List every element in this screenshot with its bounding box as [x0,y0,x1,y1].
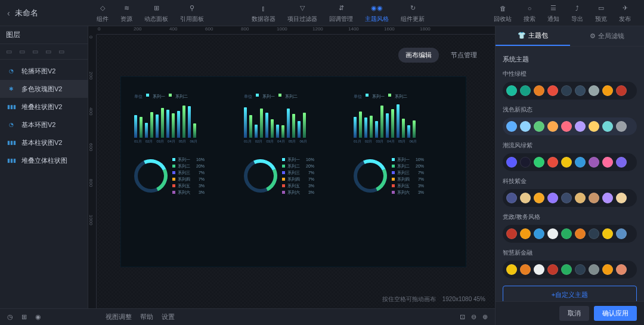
color-swatch[interactable] [547,193,558,203]
layer-item[interactable]: ▮▮▮基本柱状图V2 [0,134,88,151]
tool-publish[interactable]: ✈发布 [613,1,637,26]
color-swatch[interactable] [589,121,599,132]
tool-theme-style[interactable]: ◉◉主题风格 [359,1,395,26]
color-swatch[interactable] [506,264,517,275]
tab-global-filter[interactable]: ⚙ 全局滤镜 [570,26,645,46]
theme-swatch-row[interactable] [503,189,637,207]
tool-ref-panel[interactable]: ⚲引用面板 [174,1,210,26]
color-swatch[interactable] [520,157,531,168]
color-swatch[interactable] [547,121,558,132]
color-swatch[interactable] [534,193,544,203]
tool-resource[interactable]: ≋资源 [114,1,138,26]
color-swatch[interactable] [520,228,531,239]
color-swatch[interactable] [561,264,572,275]
settings-button[interactable]: 设置 [162,312,175,321]
theme-swatch-row[interactable] [503,117,637,135]
color-swatch[interactable] [589,264,599,275]
tab-theme-pack[interactable]: 👕 主题包 [496,26,570,46]
bottom-icon[interactable]: ◷ [7,313,13,321]
color-swatch[interactable] [602,157,613,168]
canvas-edit-button[interactable]: 画布编辑 [398,48,439,63]
color-swatch[interactable] [602,228,613,239]
color-swatch[interactable] [616,193,627,203]
color-swatch[interactable] [589,157,599,168]
tool-search[interactable]: ○搜索 [518,1,541,26]
color-swatch[interactable] [575,121,586,132]
node-manage-button[interactable]: 节点管理 [444,48,484,63]
tool-dynamic-panel[interactable]: ⊞动态面板 [138,1,174,26]
confirm-apply-button[interactable]: 确认应用 [594,306,637,321]
color-swatch[interactable] [602,264,613,275]
bottom-icon[interactable]: ⊞ [21,313,27,321]
color-swatch[interactable] [561,193,572,203]
color-swatch[interactable] [506,228,517,239]
color-swatch[interactable] [561,228,572,239]
tool-notify[interactable]: ☰通知 [541,1,565,26]
color-swatch[interactable] [547,85,558,96]
color-swatch[interactable] [575,157,586,168]
tool-callback-mgmt[interactable]: ⇵回调管理 [323,1,359,26]
view-adjust-button[interactable]: 视图调整 [106,312,132,321]
color-swatch[interactable] [534,85,544,96]
color-swatch[interactable] [547,228,558,239]
color-swatch[interactable] [561,157,572,168]
color-swatch[interactable] [589,228,599,239]
tool-preview[interactable]: ▭预览 [589,1,613,26]
color-swatch[interactable] [506,85,517,96]
theme-swatch-row[interactable] [503,225,637,243]
color-swatch[interactable] [534,228,544,239]
color-swatch[interactable] [534,121,544,132]
bottom-icon[interactable]: ◉ [35,313,41,321]
custom-theme-button[interactable]: +自定义主题 [503,286,637,301]
color-swatch[interactable] [616,85,627,96]
color-swatch[interactable] [547,264,558,275]
color-swatch[interactable] [520,85,531,96]
color-swatch[interactable] [547,157,558,168]
color-swatch[interactable] [575,85,586,96]
zoom-fit-icon[interactable]: ⊡ [460,313,465,321]
color-swatch[interactable] [520,264,531,275]
color-swatch[interactable] [575,193,586,203]
color-swatch[interactable] [534,264,544,275]
theme-swatch-row[interactable] [503,82,637,100]
color-swatch[interactable] [616,157,627,168]
help-button[interactable]: 帮助 [140,312,153,321]
layer-item[interactable]: ✱多色玫瑰图V2 [0,80,88,98]
color-swatch[interactable] [616,264,627,275]
tool-components[interactable]: ◇组件 [91,1,114,26]
layer-item[interactable]: ▮▮▮堆叠立体柱状图 [0,151,88,169]
zoom-out-icon[interactable]: ⊖ [471,313,476,321]
layer-tool-icon[interactable]: ▭ [45,48,54,56]
artboard[interactable]: 单位系列一 系列二01月02月03月04月05月06月单位系列一 系列二01月0… [120,76,466,267]
layer-item[interactable]: ◔轮播环图V2 [0,62,88,80]
tool-item-filter[interactable]: ▽项目过滤器 [281,1,323,26]
tool-export[interactable]: ⤴导出 [565,1,589,26]
color-swatch[interactable] [589,193,599,203]
color-swatch[interactable] [575,264,586,275]
layer-tool-icon[interactable]: ▭ [32,48,41,56]
layer-tool-icon[interactable]: ▭ [19,48,27,56]
theme-swatch-row[interactable] [503,261,637,278]
color-swatch[interactable] [602,121,613,132]
layer-item[interactable]: ◔基本环图V2 [0,116,88,134]
tool-component-update[interactable]: ↻组件更新 [395,1,431,26]
tool-data-container[interactable]: ⫿数据容器 [246,1,281,26]
theme-swatch-row[interactable] [503,153,637,171]
color-swatch[interactable] [602,85,613,96]
tool-recycle[interactable]: 🗑回收站 [488,1,518,26]
cancel-button[interactable]: 取消 [559,306,589,321]
layer-tool-icon[interactable]: ▭ [58,48,67,56]
color-swatch[interactable] [561,121,572,132]
zoom-in-icon[interactable]: ⊕ [482,313,488,321]
color-swatch[interactable] [589,85,599,96]
color-swatch[interactable] [506,157,517,168]
color-swatch[interactable] [575,228,586,239]
color-swatch[interactable] [534,157,544,168]
layer-tool-icon[interactable]: ▭ [6,48,14,56]
color-swatch[interactable] [520,121,531,132]
color-swatch[interactable] [506,193,517,203]
color-swatch[interactable] [616,121,627,132]
color-swatch[interactable] [616,228,627,239]
layer-item[interactable]: ▮▮▮堆叠柱状图V2 [0,98,88,116]
color-swatch[interactable] [520,193,531,203]
